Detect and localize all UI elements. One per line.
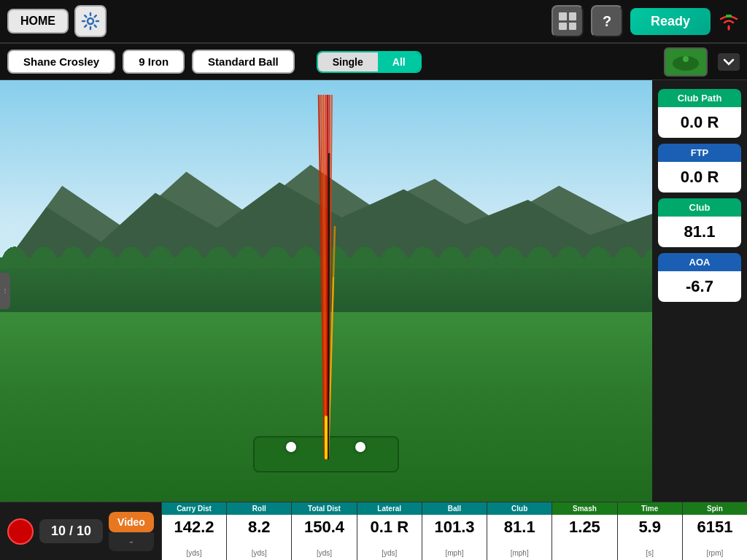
carry-dist-header: Carry Dist	[162, 502, 226, 515]
tee-post	[325, 416, 328, 459]
club-speed-card: Club 81.1	[658, 198, 741, 247]
svg-line-16	[328, 153, 329, 459]
svg-rect-1	[726, 15, 732, 18]
toggle-single-button[interactable]: Single	[318, 52, 378, 71]
grid-icon	[559, 12, 576, 30]
trajectory-lines	[297, 95, 355, 459]
video-button[interactable]: Video	[109, 512, 154, 532]
gear-icon	[80, 11, 101, 31]
aoa-card: AOA -6.7	[658, 253, 741, 302]
ball-right	[355, 442, 365, 452]
club-speed-unit: [mph]	[487, 549, 551, 560]
shot-counter[interactable]: 10 / 10	[39, 519, 103, 543]
course-view: ⋮	[0, 80, 652, 502]
total-dist-cell: Total Dist 150.4 [yds]	[291, 502, 356, 560]
club-speed-cell: Club 81.1 [mph]	[487, 502, 551, 560]
dropdown-arrow[interactable]	[718, 53, 740, 71]
aoa-label: AOA	[658, 253, 741, 271]
shot-toggle: Single All	[317, 51, 422, 73]
ball-type-button[interactable]: Standard Ball	[192, 50, 295, 74]
time-cell: Time 5.9 [s]	[617, 502, 682, 560]
home-button[interactable]: HOME	[7, 9, 69, 34]
ftp-card: FTP 0.0 R	[658, 144, 741, 192]
grid-button[interactable]	[551, 5, 584, 37]
ball-left	[286, 442, 296, 452]
spin-unit: [rpm]	[683, 549, 747, 560]
top-bar: HOME ? Ready	[0, 0, 747, 44]
smash-value: 1.25	[552, 515, 616, 549]
course-thumbnail[interactable]	[664, 47, 708, 77]
settings-button[interactable]	[74, 5, 107, 37]
panel-handle[interactable]: ⋮	[0, 273, 10, 309]
lateral-cell: Lateral 0.1 R [yds]	[357, 502, 422, 560]
carry-dist-value: 142.2	[162, 515, 226, 549]
club-speed-header: Club	[487, 502, 551, 515]
record-button[interactable]	[7, 518, 34, 545]
aoa-value: -6.7	[658, 271, 741, 302]
ready-button[interactable]: Ready	[630, 8, 711, 35]
ball-speed-header: Ball	[422, 502, 487, 515]
lateral-header: Lateral	[357, 502, 422, 515]
ball-speed-value: 101.3	[422, 515, 487, 549]
carry-dist-unit: [yds]	[162, 549, 226, 560]
top-left-controls: HOME	[7, 5, 107, 37]
club-button[interactable]: 9 Iron	[123, 50, 185, 74]
top-right-controls: ? Ready	[551, 5, 740, 37]
roll-cell: Roll 8.2 [yds]	[226, 502, 291, 560]
lateral-value: 0.1 R	[357, 515, 422, 549]
smash-cell: Smash 1.25	[551, 502, 616, 560]
roll-unit: [yds]	[227, 549, 291, 560]
side-panel: Club Path 0.0 R FTP 0.0 R Club 81.1 AOA …	[652, 80, 747, 502]
time-header: Time	[618, 502, 682, 515]
roll-header: Roll	[227, 502, 291, 515]
smash-unit	[552, 549, 616, 560]
time-value: 5.9	[618, 515, 682, 549]
total-dist-unit: [yds]	[292, 549, 356, 560]
spin-cell: Spin 6151 [rpm]	[682, 502, 747, 560]
smash-header: Smash	[552, 502, 616, 515]
ftp-label: FTP	[658, 144, 741, 162]
carry-dist-cell: Carry Dist 142.2 [yds]	[161, 502, 226, 560]
lateral-unit: [yds]	[357, 549, 422, 560]
toggle-all-button[interactable]: All	[378, 52, 420, 71]
ball-speed-cell: Ball 101.3 [mph]	[422, 502, 487, 560]
player-name-button[interactable]: Shane Crosley	[7, 50, 115, 74]
club-speed-label: Club	[658, 198, 741, 217]
total-dist-value: 150.4	[292, 515, 356, 549]
spin-value: 6151	[683, 515, 747, 549]
club-speed-value: 81.1	[487, 515, 551, 549]
club-path-value: 0.0 R	[658, 107, 741, 138]
wifi-icon	[718, 12, 740, 31]
club-speed-value: 81.1	[658, 217, 741, 247]
total-dist-header: Total Dist	[292, 502, 356, 515]
main-area: ⋮ Club Path 0.0 R FTP 0.0 R Club 81.1 AO…	[0, 80, 747, 502]
help-button[interactable]: ?	[591, 5, 623, 37]
ftp-value: 0.0 R	[658, 162, 741, 192]
ball-speed-unit: [mph]	[422, 549, 487, 560]
bottom-bar: 10 / 10 Video - Carry Dist 142.2 [yds] R…	[0, 502, 747, 560]
club-path-label: Club Path	[658, 89, 741, 107]
bottom-left-controls: 10 / 10 Video -	[0, 502, 161, 560]
second-bar: Shane Crosley 9 Iron Standard Ball Singl…	[0, 44, 747, 80]
svg-point-4	[683, 56, 689, 62]
club-path-card: Club Path 0.0 R	[658, 89, 741, 138]
svg-point-0	[88, 18, 93, 24]
time-unit: [s]	[618, 549, 682, 560]
video-dash: -	[109, 532, 154, 551]
spin-header: Spin	[683, 502, 747, 515]
roll-value: 8.2	[227, 515, 291, 549]
